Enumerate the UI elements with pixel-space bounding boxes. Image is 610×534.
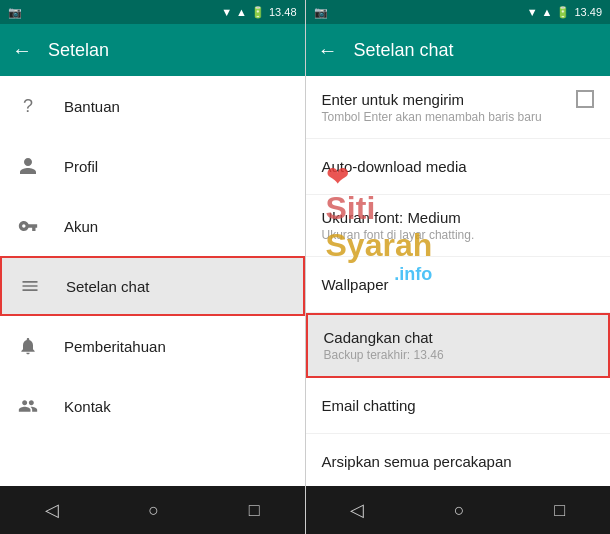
signal-icon: ▼ (221, 6, 232, 18)
right-battery-icon: 🔋 (556, 6, 570, 19)
settings-item-enter-kirim[interactable]: Enter untuk mengirim Tombol Enter akan m… (306, 76, 611, 139)
left-time: 13.48 (269, 6, 297, 18)
right-status-bar: 📷 ▼ ▲ 🔋 13.49 (306, 0, 611, 24)
wifi-icon: ▲ (236, 6, 247, 18)
battery-icon: 🔋 (251, 6, 265, 19)
menu-item-kontak[interactable]: Kontak (0, 376, 305, 436)
left-toolbar: ← Setelan (0, 24, 305, 76)
email-chatting-title: Email chatting (322, 397, 595, 414)
chat-settings-icon (18, 274, 42, 298)
enter-kirim-subtitle: Tombol Enter akan menambah baris baru (322, 110, 595, 124)
enter-kirim-checkbox[interactable] (576, 90, 594, 108)
left-nav-square[interactable]: □ (233, 492, 276, 529)
right-nav-square[interactable]: □ (538, 492, 581, 529)
right-nav-back[interactable]: ◁ (334, 491, 380, 529)
right-notification-icon: 📷 (314, 6, 328, 19)
settings-item-auto-download[interactable]: Auto-download media (306, 139, 611, 195)
left-nav-home[interactable]: ○ (132, 492, 175, 529)
settings-item-ukuran-font[interactable]: Ukuran font: Medium Ukuran font di layar… (306, 195, 611, 257)
settings-item-email-chatting[interactable]: Email chatting (306, 378, 611, 434)
menu-item-profil[interactable]: Profil (0, 136, 305, 196)
right-toolbar: ← Setelan chat (306, 24, 611, 76)
arsipkan-title: Arsipkan semua percakapan (322, 453, 595, 470)
left-nav-back[interactable]: ◁ (29, 491, 75, 529)
menu-item-pemberitahuan[interactable]: Pemberitahuan (0, 316, 305, 376)
settings-item-wallpaper[interactable]: Wallpaper (306, 257, 611, 313)
help-icon: ? (16, 94, 40, 118)
left-back-button[interactable]: ← (12, 39, 32, 62)
right-status-icons: 📷 (314, 6, 328, 19)
settings-item-arsipkan[interactable]: Arsipkan semua percakapan (306, 434, 611, 486)
right-status-right: ▼ ▲ 🔋 13.49 (527, 6, 602, 19)
left-screen: 📷 ▼ ▲ 🔋 13.48 ← Setelan ? Bantuan Profil (0, 0, 305, 534)
left-nav-bar: ◁ ○ □ (0, 486, 305, 534)
right-nav-home[interactable]: ○ (438, 492, 481, 529)
right-nav-bar: ◁ ○ □ (306, 486, 611, 534)
ukuran-font-title: Ukuran font: Medium (322, 209, 595, 226)
left-menu-list: ? Bantuan Profil Akun Setelan chat Pem (0, 76, 305, 486)
right-toolbar-title: Setelan chat (354, 40, 454, 61)
enter-kirim-title: Enter untuk mengirim (322, 91, 465, 108)
menu-label-setelan-chat: Setelan chat (66, 278, 149, 295)
cadangkan-title: Cadangkan chat (324, 329, 593, 346)
auto-download-title: Auto-download media (322, 158, 595, 175)
right-settings-list: Enter untuk mengirim Tombol Enter akan m… (306, 76, 611, 486)
enter-kirim-row: Enter untuk mengirim (322, 90, 595, 108)
cadangkan-subtitle: Backup terakhir: 13.46 (324, 348, 593, 362)
left-status-bar: 📷 ▼ ▲ 🔋 13.48 (0, 0, 305, 24)
ukuran-font-subtitle: Ukuran font di layar chatting. (322, 228, 595, 242)
menu-label-bantuan: Bantuan (64, 98, 120, 115)
wallpaper-title: Wallpaper (322, 276, 595, 293)
menu-label-pemberitahuan: Pemberitahuan (64, 338, 166, 355)
settings-item-cadangkan-chat[interactable]: Cadangkan chat Backup terakhir: 13.46 (306, 313, 611, 378)
person-icon (16, 154, 40, 178)
menu-item-bantuan[interactable]: ? Bantuan (0, 76, 305, 136)
menu-label-kontak: Kontak (64, 398, 111, 415)
menu-label-profil: Profil (64, 158, 98, 175)
contacts-icon (16, 394, 40, 418)
key-icon (16, 214, 40, 238)
left-status-right: ▼ ▲ 🔋 13.48 (221, 6, 296, 19)
menu-label-akun: Akun (64, 218, 98, 235)
right-back-button[interactable]: ← (318, 39, 338, 62)
menu-item-setelan-chat[interactable]: Setelan chat (0, 256, 305, 316)
bell-icon (16, 334, 40, 358)
right-time: 13.49 (574, 6, 602, 18)
left-toolbar-title: Setelan (48, 40, 109, 61)
menu-item-akun[interactable]: Akun (0, 196, 305, 256)
left-status-icons: 📷 (8, 6, 22, 19)
right-wifi-icon: ▲ (542, 6, 553, 18)
right-signal-icon: ▼ (527, 6, 538, 18)
right-screen: 📷 ▼ ▲ 🔋 13.49 ← Setelan chat Enter untuk… (306, 0, 611, 534)
notification-icon: 📷 (8, 6, 22, 19)
